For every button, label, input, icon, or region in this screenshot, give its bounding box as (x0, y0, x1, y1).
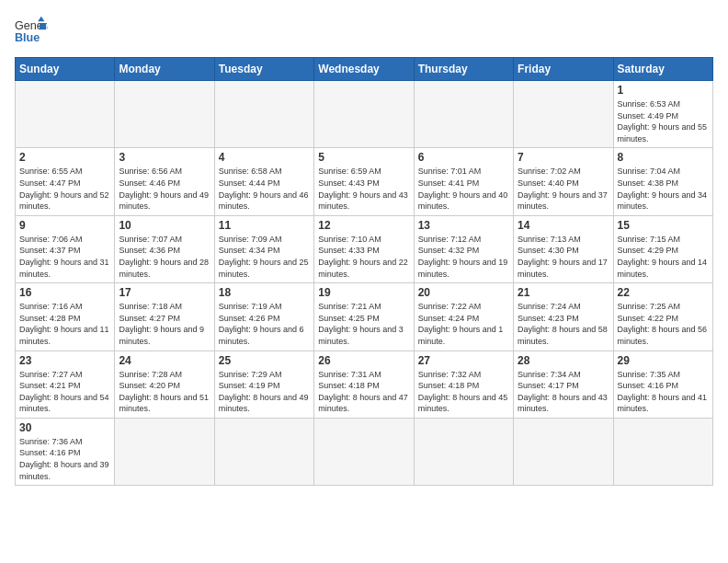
day-info: Sunrise: 7:01 AM Sunset: 4:41 PM Dayligh… (418, 166, 509, 212)
day-cell: 4Sunrise: 6:58 AM Sunset: 4:44 PM Daylig… (214, 148, 313, 215)
day-number: 11 (219, 219, 310, 232)
week-row-2: 9Sunrise: 7:06 AM Sunset: 4:37 PM Daylig… (16, 215, 713, 282)
day-cell (214, 81, 313, 148)
day-cell: 28Sunrise: 7:34 AM Sunset: 4:17 PM Dayli… (514, 350, 613, 418)
weekday-header-wednesday: Wednesday (314, 58, 414, 81)
day-number: 10 (119, 219, 210, 232)
day-cell: 14Sunrise: 7:13 AM Sunset: 4:30 PM Dayli… (514, 215, 613, 282)
day-number: 22 (618, 286, 709, 299)
svg-marker-3 (40, 23, 46, 29)
logo-icon: General Blue (15, 15, 48, 48)
day-number: 7 (518, 151, 609, 164)
day-info: Sunrise: 6:55 AM Sunset: 4:47 PM Dayligh… (19, 166, 110, 212)
day-info: Sunrise: 7:34 AM Sunset: 4:17 PM Dayligh… (518, 369, 609, 415)
day-cell (314, 418, 414, 485)
svg-text:Blue: Blue (15, 31, 40, 44)
day-cell (514, 418, 613, 485)
day-info: Sunrise: 7:04 AM Sunset: 4:38 PM Dayligh… (618, 166, 709, 212)
day-info: Sunrise: 7:19 AM Sunset: 4:26 PM Dayligh… (219, 301, 310, 347)
day-cell (214, 418, 313, 485)
day-cell (314, 81, 414, 148)
day-cell: 23Sunrise: 7:27 AM Sunset: 4:21 PM Dayli… (16, 350, 115, 418)
day-cell (414, 418, 513, 485)
day-number: 19 (318, 286, 409, 299)
day-number: 15 (618, 219, 709, 232)
day-info: Sunrise: 6:56 AM Sunset: 4:46 PM Dayligh… (119, 166, 210, 212)
day-cell: 15Sunrise: 7:15 AM Sunset: 4:29 PM Dayli… (613, 215, 712, 282)
page-header: General Blue (15, 15, 713, 48)
day-cell: 29Sunrise: 7:35 AM Sunset: 4:16 PM Dayli… (613, 350, 712, 418)
day-number: 5 (318, 151, 409, 164)
day-number: 28 (518, 354, 609, 367)
day-info: Sunrise: 6:59 AM Sunset: 4:43 PM Dayligh… (318, 166, 409, 212)
logo: General Blue (15, 15, 48, 48)
day-number: 17 (119, 286, 210, 299)
weekday-header-monday: Monday (115, 58, 214, 81)
week-row-0: 1Sunrise: 6:53 AM Sunset: 4:49 PM Daylig… (16, 81, 713, 148)
day-cell (115, 418, 214, 485)
day-info: Sunrise: 7:06 AM Sunset: 4:37 PM Dayligh… (19, 234, 110, 280)
day-info: Sunrise: 7:28 AM Sunset: 4:20 PM Dayligh… (119, 369, 210, 415)
day-cell: 21Sunrise: 7:24 AM Sunset: 4:23 PM Dayli… (514, 283, 613, 350)
day-number: 23 (19, 354, 110, 367)
day-number: 30 (19, 421, 110, 434)
day-cell: 12Sunrise: 7:10 AM Sunset: 4:33 PM Dayli… (314, 215, 414, 282)
day-number: 16 (19, 286, 110, 299)
weekday-header-tuesday: Tuesday (214, 58, 313, 81)
day-cell: 18Sunrise: 7:19 AM Sunset: 4:26 PM Dayli… (214, 283, 313, 350)
day-number: 9 (19, 219, 110, 232)
day-info: Sunrise: 7:25 AM Sunset: 4:22 PM Dayligh… (618, 301, 709, 347)
day-number: 27 (418, 354, 509, 367)
day-cell (16, 81, 115, 148)
day-number: 3 (119, 151, 210, 164)
weekday-header-saturday: Saturday (613, 58, 712, 81)
day-info: Sunrise: 7:16 AM Sunset: 4:28 PM Dayligh… (19, 301, 110, 347)
day-cell: 25Sunrise: 7:29 AM Sunset: 4:19 PM Dayli… (214, 350, 313, 418)
day-cell: 26Sunrise: 7:31 AM Sunset: 4:18 PM Dayli… (314, 350, 414, 418)
day-info: Sunrise: 7:09 AM Sunset: 4:34 PM Dayligh… (219, 234, 310, 280)
day-cell: 24Sunrise: 7:28 AM Sunset: 4:20 PM Dayli… (115, 350, 214, 418)
day-info: Sunrise: 7:29 AM Sunset: 4:19 PM Dayligh… (219, 369, 310, 415)
day-number: 12 (318, 219, 409, 232)
day-cell: 17Sunrise: 7:18 AM Sunset: 4:27 PM Dayli… (115, 283, 214, 350)
day-number: 8 (618, 151, 709, 164)
day-number: 21 (518, 286, 609, 299)
day-info: Sunrise: 7:21 AM Sunset: 4:25 PM Dayligh… (318, 301, 409, 347)
day-cell: 2Sunrise: 6:55 AM Sunset: 4:47 PM Daylig… (16, 148, 115, 215)
day-info: Sunrise: 7:32 AM Sunset: 4:18 PM Dayligh… (418, 369, 509, 415)
day-number: 6 (418, 151, 509, 164)
day-cell (414, 81, 513, 148)
day-info: Sunrise: 7:15 AM Sunset: 4:29 PM Dayligh… (618, 234, 709, 280)
weekday-header-friday: Friday (514, 58, 613, 81)
day-cell (514, 81, 613, 148)
day-cell: 30Sunrise: 7:36 AM Sunset: 4:16 PM Dayli… (16, 418, 115, 485)
week-row-1: 2Sunrise: 6:55 AM Sunset: 4:47 PM Daylig… (16, 148, 713, 215)
day-cell: 3Sunrise: 6:56 AM Sunset: 4:46 PM Daylig… (115, 148, 214, 215)
day-cell: 11Sunrise: 7:09 AM Sunset: 4:34 PM Dayli… (214, 215, 313, 282)
day-cell: 10Sunrise: 7:07 AM Sunset: 4:36 PM Dayli… (115, 215, 214, 282)
day-info: Sunrise: 7:12 AM Sunset: 4:32 PM Dayligh… (418, 234, 509, 280)
weekday-header-thursday: Thursday (414, 58, 513, 81)
day-number: 24 (119, 354, 210, 367)
day-cell: 19Sunrise: 7:21 AM Sunset: 4:25 PM Dayli… (314, 283, 414, 350)
day-cell (613, 418, 712, 485)
week-row-4: 23Sunrise: 7:27 AM Sunset: 4:21 PM Dayli… (16, 350, 713, 418)
day-cell: 5Sunrise: 6:59 AM Sunset: 4:43 PM Daylig… (314, 148, 414, 215)
day-info: Sunrise: 7:10 AM Sunset: 4:33 PM Dayligh… (318, 234, 409, 280)
day-number: 20 (418, 286, 509, 299)
day-cell: 20Sunrise: 7:22 AM Sunset: 4:24 PM Dayli… (414, 283, 513, 350)
day-info: Sunrise: 7:27 AM Sunset: 4:21 PM Dayligh… (19, 369, 110, 415)
week-row-5: 30Sunrise: 7:36 AM Sunset: 4:16 PM Dayli… (16, 418, 713, 485)
day-info: Sunrise: 7:36 AM Sunset: 4:16 PM Dayligh… (19, 436, 110, 482)
day-cell: 8Sunrise: 7:04 AM Sunset: 4:38 PM Daylig… (613, 148, 712, 215)
day-cell: 7Sunrise: 7:02 AM Sunset: 4:40 PM Daylig… (514, 148, 613, 215)
day-cell: 16Sunrise: 7:16 AM Sunset: 4:28 PM Dayli… (16, 283, 115, 350)
day-info: Sunrise: 7:07 AM Sunset: 4:36 PM Dayligh… (119, 234, 210, 280)
day-number: 13 (418, 219, 509, 232)
day-info: Sunrise: 7:35 AM Sunset: 4:16 PM Dayligh… (618, 369, 709, 415)
week-row-3: 16Sunrise: 7:16 AM Sunset: 4:28 PM Dayli… (16, 283, 713, 350)
day-number: 4 (219, 151, 310, 164)
day-cell: 9Sunrise: 7:06 AM Sunset: 4:37 PM Daylig… (16, 215, 115, 282)
day-info: Sunrise: 6:58 AM Sunset: 4:44 PM Dayligh… (219, 166, 310, 212)
day-number: 14 (518, 219, 609, 232)
